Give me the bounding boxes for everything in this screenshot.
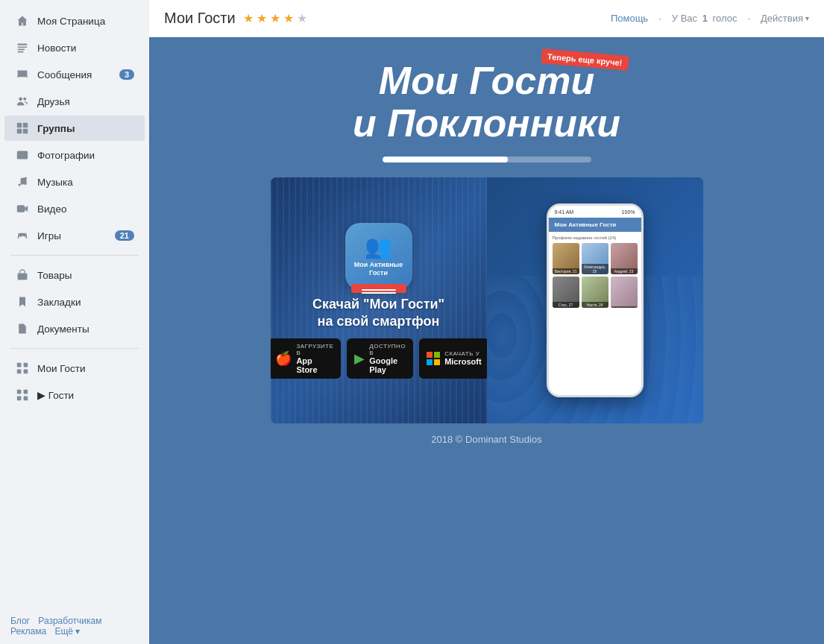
ms-green xyxy=(434,352,440,358)
more-link[interactable]: Ещё ▾ xyxy=(54,626,80,637)
bookmarks-icon xyxy=(15,294,30,309)
music-icon xyxy=(15,174,30,189)
white-line-1 xyxy=(362,289,396,291)
googleplay-button[interactable]: ▶ Доступно в Google Play xyxy=(347,338,413,379)
guest-cell-2: Александра, 25 xyxy=(582,243,608,274)
svg-rect-27 xyxy=(24,390,28,394)
sidebar-item-goods[interactable]: Товары xyxy=(4,262,145,288)
home-icon xyxy=(15,13,30,28)
sidebar-item-label: Игры xyxy=(37,230,115,242)
votes-count: 1 xyxy=(702,13,708,24)
googleplay-text: Доступно в Google Play xyxy=(369,343,406,374)
guest-cell-4: Стас, 27 xyxy=(553,277,579,308)
sidebar-item-label: Музыка xyxy=(37,177,134,188)
separator-dot: · xyxy=(658,13,661,24)
googleplay-icon: ▶ xyxy=(354,350,365,367)
svg-rect-25 xyxy=(24,370,28,374)
sidebar-divider-2 xyxy=(10,348,139,349)
appstore-name: App Store xyxy=(296,356,333,374)
guest-cell-1: Виктория, 21 xyxy=(553,243,579,274)
star-5: ★ xyxy=(297,11,307,25)
app-icon-users-symbol: 👥 xyxy=(365,236,392,258)
googleplay-name: Google Play xyxy=(369,356,406,374)
sidebar-item-groups[interactable]: Группы xyxy=(4,116,145,141)
star-3: ★ xyxy=(270,11,280,25)
svg-rect-26 xyxy=(17,390,22,394)
phone-mockup: 9:41 AM 100% Мои Активные Гости Профили … xyxy=(547,203,644,397)
ms-name: Microsoft xyxy=(444,357,482,366)
phone-section-title: Профили недавних гостей (24) xyxy=(553,236,638,240)
app-icon: 👥 Мои Активные Гости xyxy=(345,223,412,290)
developers-link[interactable]: Разработчикам xyxy=(38,616,101,626)
star-2: ★ xyxy=(257,11,267,25)
groups-icon xyxy=(15,121,30,136)
guest-name-1: Виктория, 21 xyxy=(553,268,579,274)
sidebar-item-messages[interactable]: Сообщения 3 xyxy=(4,62,145,87)
votes-suffix: голос xyxy=(713,13,737,24)
messages-icon xyxy=(15,67,30,82)
svg-point-6 xyxy=(19,97,22,101)
appstore-button[interactable]: 🍎 Загрузите в App Store xyxy=(271,338,342,379)
guest-name-6 xyxy=(611,306,638,308)
sidebar-item-label: Новости xyxy=(37,42,134,54)
sidebar-item-guests-app[interactable]: ▶ Гости xyxy=(4,382,145,408)
sidebar-item-label: Документы xyxy=(37,323,134,335)
guest-cell-5: Настя, 24 xyxy=(582,277,608,308)
sidebar-item-video[interactable]: Видео xyxy=(4,196,145,221)
guest-name-5: Настя, 24 xyxy=(582,302,608,308)
svg-rect-9 xyxy=(23,123,28,127)
sidebar-item-label: Мои Гости xyxy=(37,363,134,374)
blog-link[interactable]: Блог xyxy=(10,616,30,626)
photos-icon xyxy=(15,148,30,162)
sidebar-item-my-page[interactable]: Моя Страница xyxy=(4,8,145,34)
votes-text: У Вас 1 голос xyxy=(672,13,737,24)
svg-rect-1 xyxy=(18,46,28,48)
sidebar-item-bookmarks[interactable]: Закладки xyxy=(4,289,145,315)
sidebar-item-label: Сообщения xyxy=(37,69,119,80)
svg-rect-11 xyxy=(23,129,28,133)
showcase-left: 👥 Мои Активные Гости Скачай "Мои Гости" … xyxy=(271,177,487,423)
sidebar-item-photos[interactable]: Фотографии xyxy=(4,142,145,168)
chevron-down-icon: ▾ xyxy=(805,14,809,22)
svg-rect-3 xyxy=(18,51,24,53)
svg-marker-18 xyxy=(19,297,25,307)
footer-text: 2018 © Dominant Studios xyxy=(431,434,541,445)
actions-button[interactable]: Действия ▾ xyxy=(761,13,809,24)
svg-rect-2 xyxy=(18,49,25,51)
store-buttons: 🍎 Загрузите в App Store ▶ Доступно в Goo… xyxy=(271,338,487,379)
promo-title-line2: и Поклонники xyxy=(353,102,620,145)
actions-label: Действия xyxy=(761,13,803,24)
separator-dot-2: · xyxy=(747,13,750,24)
sidebar-item-music[interactable]: Музыка xyxy=(4,169,145,195)
svg-rect-24 xyxy=(17,370,22,374)
sidebar-item-friends[interactable]: Друзья xyxy=(4,89,145,114)
sidebar-divider xyxy=(10,255,139,256)
sidebar-item-games[interactable]: Игры 21 xyxy=(4,223,145,248)
guest-name-4: Стас, 27 xyxy=(553,302,579,308)
ads-link[interactable]: Реклама xyxy=(10,626,46,637)
phone-statusbar: 9:41 AM 100% xyxy=(549,206,641,218)
phone-header: Мои Активные Гости xyxy=(549,218,641,232)
svg-point-5 xyxy=(27,76,28,78)
main-content: Мои Гости ★ ★ ★ ★ ★ Помощь · У Вас 1 гол… xyxy=(149,0,824,644)
sidebar-item-label: Фотографии xyxy=(37,150,134,161)
sidebar-item-documents[interactable]: Документы xyxy=(4,316,145,341)
microsoft-button[interactable]: Скачать у Microsoft xyxy=(419,338,486,379)
sidebar-item-my-guests-app[interactable]: Мои Гости xyxy=(4,356,145,381)
sidebar-item-label: Группы xyxy=(37,123,134,134)
ms-blue xyxy=(427,359,433,365)
sidebar-item-label: Товары xyxy=(37,270,134,281)
svg-rect-10 xyxy=(17,129,22,133)
sidebar-item-news[interactable]: Новости xyxy=(4,35,145,60)
svg-rect-28 xyxy=(17,397,22,401)
phone-time: 9:41 AM xyxy=(555,209,574,215)
download-text-line1: Скачай "Мои Гости" xyxy=(312,297,444,312)
progress-bar-fill xyxy=(383,157,508,162)
games-icon xyxy=(15,228,30,243)
phone-header-title: Мои Активные Гости xyxy=(555,221,617,228)
apps-icon-2 xyxy=(15,388,30,402)
microsoft-logo xyxy=(427,352,440,365)
help-link[interactable]: Помощь xyxy=(611,13,648,24)
svg-rect-17 xyxy=(18,274,28,280)
guest-cell-3: Андрей, 23 xyxy=(611,243,638,274)
